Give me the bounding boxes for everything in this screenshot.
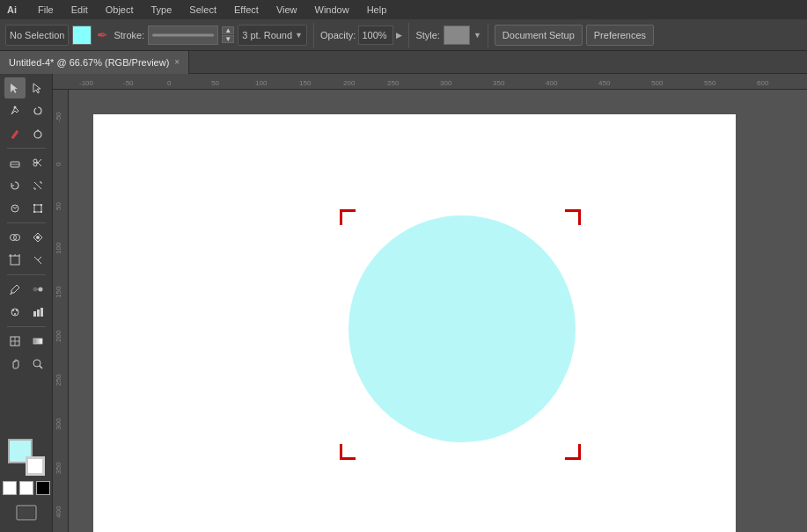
ruler-top: -100 -50 0 50 100 150 200 250 300 350 40… <box>53 74 807 90</box>
menu-object[interactable]: Object <box>102 3 137 17</box>
canvas-area: -100 -50 0 50 100 150 200 250 300 350 40… <box>53 74 807 532</box>
tab-close-btn[interactable]: × <box>174 57 180 67</box>
none-indicator[interactable] <box>3 481 17 495</box>
blend-tool-btn[interactable] <box>27 279 48 300</box>
stroke-dropdown-arrow[interactable]: ▼ <box>295 31 303 40</box>
svg-point-23 <box>12 310 14 311</box>
stroke-value-section[interactable]: 3 pt. Round ▼ <box>238 25 307 46</box>
selection-corner-tl <box>340 209 356 225</box>
brush-icon: ✒ <box>95 27 110 43</box>
hand-tool-btn[interactable] <box>4 353 26 375</box>
mesh-tool-btn[interactable] <box>4 331 26 352</box>
svg-rect-10 <box>40 211 42 213</box>
tool-group-symbol <box>4 302 48 323</box>
screen-mode-section <box>16 502 37 523</box>
symbol-sprayer-tool-btn[interactable] <box>4 302 26 323</box>
svg-text:600: 600 <box>757 79 769 87</box>
tool-group-shape-builder <box>4 227 48 248</box>
direct-selection-tool-btn[interactable] <box>27 77 48 98</box>
svg-point-20 <box>33 288 37 292</box>
svg-rect-26 <box>33 311 36 317</box>
preferences-button[interactable]: Preferences <box>586 25 654 46</box>
svg-text:550: 550 <box>704 79 716 87</box>
svg-text:-50: -50 <box>55 112 62 122</box>
opacity-input[interactable] <box>358 26 393 45</box>
svg-rect-37 <box>53 74 807 90</box>
stroke-label: Stroke: <box>114 30 144 40</box>
white-indicator[interactable] <box>19 481 33 495</box>
svg-point-1 <box>34 131 41 138</box>
tool-separator-1 <box>7 148 46 149</box>
canvas-circle <box>348 215 576 442</box>
column-graph-tool-btn[interactable] <box>27 302 48 323</box>
stroke-down-btn[interactable]: ▼ <box>222 35 234 43</box>
menu-file[interactable]: File <box>34 3 57 17</box>
tool-group-zoom <box>4 353 48 375</box>
svg-point-3 <box>33 159 37 163</box>
selection-label: No Selection <box>10 30 64 40</box>
svg-text:350: 350 <box>55 462 62 474</box>
selection-corner-bl <box>340 444 356 460</box>
style-label: Style: <box>415 30 440 40</box>
slice-tool-btn[interactable] <box>27 250 48 271</box>
black-indicator[interactable] <box>36 481 50 495</box>
gradient-tool-btn[interactable] <box>27 331 48 352</box>
opacity-expand-icon[interactable]: ▶ <box>396 31 402 40</box>
menu-window[interactable]: Window <box>312 3 353 17</box>
svg-point-25 <box>14 313 16 315</box>
svg-text:150: 150 <box>299 79 312 87</box>
svg-point-24 <box>16 310 18 311</box>
menu-type[interactable]: Type <box>148 3 176 17</box>
menu-effect[interactable]: Effect <box>231 3 262 17</box>
selection-corner-br <box>565 444 581 460</box>
svg-text:300: 300 <box>55 418 62 430</box>
svg-text:450: 450 <box>598 79 611 87</box>
svg-point-4 <box>33 163 37 166</box>
document-tab[interactable]: Untitled-4* @ 66.67% (RGB/Preview) × <box>0 51 189 74</box>
menu-help[interactable]: Help <box>363 3 391 17</box>
screen-mode-btn[interactable] <box>16 502 37 523</box>
tool-group-transform <box>4 175 48 196</box>
svg-text:50: 50 <box>211 79 219 87</box>
pencil-tool-btn[interactable] <box>4 123 26 144</box>
selection-tool-btn[interactable] <box>4 77 26 98</box>
warp-tool-btn[interactable] <box>4 198 26 219</box>
document-setup-button[interactable]: Document Setup <box>495 25 583 46</box>
rotate-tool-btn[interactable] <box>4 175 26 196</box>
scissors-tool-btn[interactable] <box>27 152 48 173</box>
menu-select[interactable]: Select <box>186 3 220 17</box>
ruler-left: -50 0 50 100 150 200 250 300 350 400 <box>53 90 69 532</box>
stroke-up-btn[interactable]: ▲ <box>222 26 234 34</box>
style-dropdown-arrow[interactable]: ▼ <box>473 31 481 40</box>
stroke-size-stepper[interactable]: ▲ ▼ <box>222 26 234 43</box>
svg-text:100: 100 <box>255 79 268 87</box>
svg-text:400: 400 <box>55 506 62 518</box>
eyedropper-tool-btn[interactable] <box>4 279 26 300</box>
live-paint-tool-btn[interactable] <box>27 227 48 248</box>
lasso-tool-btn[interactable] <box>27 100 48 121</box>
svg-text:-50: -50 <box>123 79 134 87</box>
artboard-paper <box>93 114 736 532</box>
style-swatch[interactable] <box>444 26 470 45</box>
svg-text:350: 350 <box>493 79 505 87</box>
menu-view[interactable]: View <box>273 3 301 17</box>
stroke-indicator[interactable] <box>26 456 45 476</box>
svg-text:250: 250 <box>387 79 400 87</box>
svg-point-21 <box>38 288 42 292</box>
artboard-tool-btn[interactable] <box>4 250 26 271</box>
svg-rect-28 <box>40 308 43 317</box>
blob-brush-tool-btn[interactable] <box>27 123 48 144</box>
pen-tool-btn[interactable] <box>4 100 26 121</box>
tool-group-artboard <box>4 250 48 271</box>
tool-group-shape <box>4 100 48 121</box>
free-transform-tool-btn[interactable] <box>27 198 48 219</box>
tool-separator-2 <box>7 222 46 223</box>
zoom-tool-btn[interactable] <box>27 353 48 375</box>
menu-edit[interactable]: Edit <box>68 3 92 17</box>
shape-builder-tool-btn[interactable] <box>4 227 26 248</box>
fill-color-swatch[interactable] <box>72 26 92 45</box>
tab-bar: Untitled-4* @ 66.67% (RGB/Preview) × <box>0 51 807 74</box>
eraser-tool-btn[interactable] <box>4 152 26 173</box>
svg-rect-36 <box>18 507 34 518</box>
scale-tool-btn[interactable] <box>27 175 48 196</box>
